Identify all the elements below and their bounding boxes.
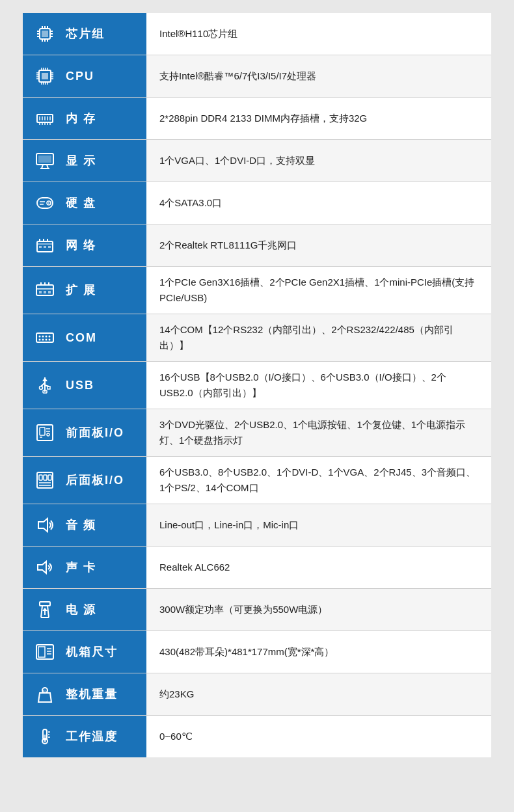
svg-rect-60 (48, 246, 51, 248)
svg-line-101 (41, 606, 42, 617)
svg-rect-61 (36, 285, 53, 295)
label-text-temperature: 工作温度 (66, 729, 118, 744)
svg-point-91 (47, 433, 49, 436)
label-text-hdd: 硬 盘 (66, 195, 96, 211)
spec-value-memory: 2*288pin DDR4 2133 DIMM内存插槽，支持32G (146, 98, 491, 139)
spec-value-com: 14个COM【12个RS232（内部引出）、2个RS232/422/485（内部… (146, 314, 491, 361)
com-icon (31, 323, 59, 352)
svg-rect-94 (44, 475, 47, 480)
label-text-network: 网 络 (66, 237, 96, 253)
svg-rect-83 (47, 386, 50, 389)
label-text-audio: 音 频 (66, 517, 96, 533)
svg-rect-97 (48, 475, 51, 480)
cpu-icon (31, 62, 59, 90)
spec-value-expansion: 1个PCIe Gen3X16插槽、2个PCIe Gen2X1插槽、1个mini-… (146, 267, 491, 314)
spec-row-cpu: CPU支持Intel®酷睿™6/7代I3/I5/I7处理器 (23, 55, 491, 98)
label-text-com: COM (66, 331, 97, 345)
network-icon (31, 231, 59, 260)
spec-label-weight: KG 整机重量 (23, 673, 146, 715)
label-text-expansion: 扩 展 (66, 282, 96, 298)
spec-value-rear-io: 6个USB3.0、8个USB2.0、1个DVI-D、1个VGA、2个RJ45、3… (146, 457, 491, 504)
svg-point-74 (39, 339, 41, 341)
spec-value-usb: 16个USB【8个USB2.0（I/O接口）、6个USB3.0（I/O接口）、2… (146, 362, 491, 409)
label-text-weight: 整机重量 (66, 686, 118, 702)
spec-label-sound-card: 声 卡 (23, 547, 146, 588)
spec-label-display: 显 示 (23, 140, 146, 182)
svg-rect-87 (40, 427, 45, 435)
spec-row-usb: USB16个USB【8个USB2.0（I/O接口）、6个USB3.0（I/O接口… (23, 362, 491, 409)
spec-value-power: 300W额定功率（可更换为550W电源） (146, 589, 491, 630)
spec-label-chipset: 芯片组 (23, 13, 146, 55)
usb-icon (31, 371, 59, 399)
label-text-display: 显 示 (66, 153, 96, 169)
svg-line-102 (47, 606, 49, 617)
svg-marker-98 (38, 519, 47, 532)
svg-rect-107 (38, 647, 45, 657)
spec-row-display: 显 示1个VGA口、1个DVI-D口，支持双显 (23, 140, 491, 182)
svg-point-75 (42, 339, 44, 341)
svg-rect-47 (38, 156, 51, 163)
spec-row-temperature: 工作温度0~60℃ (23, 716, 491, 757)
spec-row-network: 网 络2个Realtek RTL8111G千兆网口 (23, 224, 491, 267)
svg-rect-100 (40, 602, 50, 606)
hdd-icon (31, 189, 59, 217)
spec-value-front-io: 3个DVD光驱位、2个USB2.0、1个电源按钮、1个复位键、1个电源指示灯、1… (146, 409, 491, 456)
label-text-rear-io: 后面板I/O (66, 472, 124, 488)
spec-label-rear-io: 后面板I/O (23, 457, 146, 504)
svg-rect-59 (44, 246, 46, 248)
svg-point-77 (49, 339, 51, 341)
spec-row-expansion: 扩 展1个PCIe Gen3X16插槽、2个PCIe Gen2X1插槽、1个mi… (23, 267, 491, 314)
front-panel-icon (31, 418, 59, 447)
svg-marker-79 (42, 377, 47, 381)
spec-label-audio: 音 频 (23, 504, 146, 546)
svg-rect-63 (39, 291, 42, 293)
svg-rect-34 (42, 116, 43, 120)
svg-rect-35 (44, 116, 46, 120)
memory-icon (31, 104, 59, 133)
label-text-usb: USB (66, 379, 94, 392)
svg-rect-15 (42, 73, 48, 79)
spec-value-sound-card: Realtek ALC662 (146, 547, 491, 588)
svg-rect-65 (48, 291, 51, 293)
spec-label-com: COM (23, 314, 146, 361)
spec-row-rear-io: 后面板I/O6个USB3.0、8个USB2.0、1个DVI-D、1个VGA、2个… (23, 457, 491, 504)
label-text-sound-card: 声 卡 (66, 560, 96, 575)
svg-rect-93 (39, 475, 42, 480)
spec-label-front-io: 前面板I/O (23, 409, 146, 456)
spec-table: 芯片组Intel®H110芯片组 CPU支持Intel®酷睿™6/7代I3/I5… (23, 13, 491, 757)
svg-point-76 (46, 339, 47, 341)
spec-row-com: COM14个COM【12个RS232（内部引出）、2个RS232/422/485… (23, 314, 491, 362)
rear-panel-icon (31, 466, 59, 494)
spec-row-front-io: 前面板I/O3个DVD光驱位、2个USB2.0、1个电源按钮、1个复位键、1个电… (23, 409, 491, 457)
spec-row-audio: 音 频Line-out口，Line-in口，Mic-in口 (23, 504, 491, 547)
spec-row-chipset: 芯片组Intel®H110芯片组 (23, 13, 491, 55)
spec-value-cpu: 支持Intel®酷睿™6/7代I3/I5/I7处理器 (146, 55, 491, 97)
spec-value-audio: Line-out口，Line-in口，Mic-in口 (146, 504, 491, 546)
svg-rect-1 (42, 31, 48, 37)
svg-point-116 (44, 740, 46, 742)
spec-value-weight: 约23KG (146, 673, 491, 715)
spec-label-network: 网 络 (23, 224, 146, 266)
audio-icon (31, 511, 59, 539)
svg-rect-69 (36, 333, 53, 342)
label-text-memory: 内 存 (66, 111, 96, 126)
weight-icon: KG (31, 680, 59, 709)
svg-rect-33 (39, 116, 40, 120)
svg-rect-37 (49, 116, 51, 120)
spec-label-usb: USB (23, 362, 146, 409)
spec-value-chassis-size: 430(482带耳朵)*481*177mm(宽*深*高） (146, 631, 491, 673)
svg-point-70 (39, 336, 41, 338)
svg-rect-36 (47, 116, 48, 120)
spec-row-power: 电 源300W额定功率（可更换为550W电源） (23, 589, 491, 631)
svg-point-73 (49, 336, 51, 338)
spec-value-network: 2个Realtek RTL8111G千兆网口 (146, 224, 491, 266)
svg-point-72 (46, 336, 47, 338)
spec-label-cpu: CPU (23, 55, 146, 97)
power-icon (31, 595, 59, 624)
temperature-icon (31, 722, 59, 751)
svg-rect-115 (44, 735, 46, 740)
display-icon (31, 146, 59, 175)
sound-card-icon (31, 553, 59, 582)
spec-value-display: 1个VGA口、1个DVI-D口，支持双显 (146, 140, 491, 182)
svg-marker-99 (38, 562, 46, 573)
